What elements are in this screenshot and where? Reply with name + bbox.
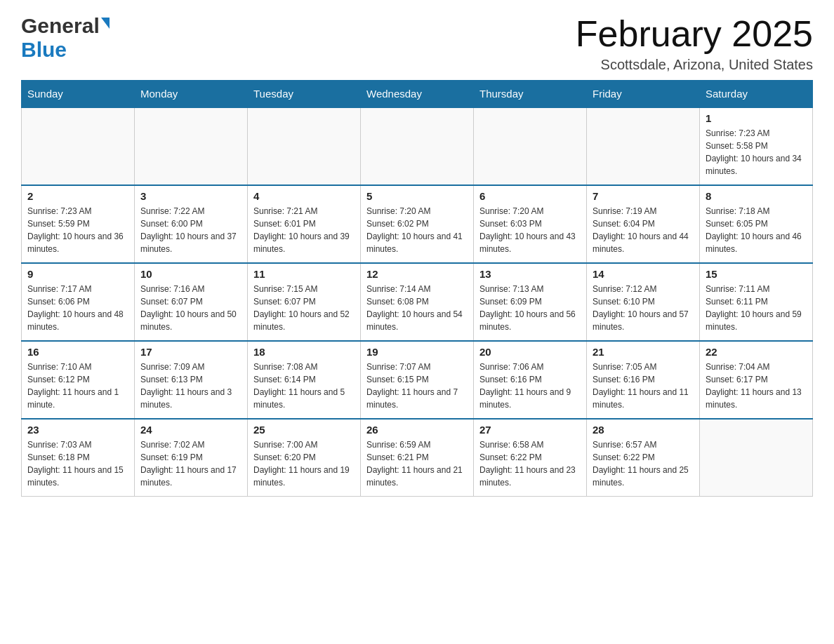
calendar-day-cell	[587, 107, 700, 185]
day-info: Sunrise: 7:19 AMSunset: 6:04 PMDaylight:…	[593, 205, 694, 255]
calendar-day-cell: 12Sunrise: 7:14 AMSunset: 6:08 PMDayligh…	[361, 263, 474, 341]
calendar-day-cell: 28Sunrise: 6:57 AMSunset: 6:22 PMDayligh…	[587, 419, 700, 497]
day-number: 21	[593, 346, 694, 358]
day-of-week-header: Friday	[587, 81, 700, 108]
calendar-week-row: 2Sunrise: 7:23 AMSunset: 5:59 PMDaylight…	[22, 185, 813, 263]
day-number: 11	[253, 268, 355, 280]
calendar-body: 1Sunrise: 7:23 AMSunset: 5:58 PMDaylight…	[22, 107, 813, 497]
day-info: Sunrise: 7:04 AMSunset: 6:17 PMDaylight:…	[706, 361, 807, 411]
day-info: Sunrise: 7:22 AMSunset: 6:00 PMDaylight:…	[140, 205, 241, 255]
day-number: 22	[706, 346, 807, 358]
day-of-week-header: Wednesday	[361, 81, 474, 108]
day-info: Sunrise: 7:09 AMSunset: 6:13 PMDaylight:…	[140, 361, 241, 411]
day-info: Sunrise: 7:11 AMSunset: 6:11 PMDaylight:…	[706, 283, 807, 333]
day-number: 15	[706, 268, 807, 280]
day-number: 28	[593, 424, 694, 436]
calendar-day-cell: 1Sunrise: 7:23 AMSunset: 5:58 PMDaylight…	[700, 107, 813, 185]
calendar-week-row: 23Sunrise: 7:03 AMSunset: 6:18 PMDayligh…	[22, 419, 813, 497]
calendar-day-cell	[474, 107, 587, 185]
calendar-day-cell: 13Sunrise: 7:13 AMSunset: 6:09 PMDayligh…	[474, 263, 587, 341]
day-number: 24	[140, 424, 241, 436]
day-number: 1	[706, 112, 807, 124]
day-info: Sunrise: 7:02 AMSunset: 6:19 PMDaylight:…	[140, 438, 241, 489]
location-title: Scottsdale, Arizona, United States	[576, 57, 813, 73]
day-info: Sunrise: 7:05 AMSunset: 6:16 PMDaylight:…	[593, 361, 694, 411]
calendar-day-cell: 11Sunrise: 7:15 AMSunset: 6:07 PMDayligh…	[248, 263, 361, 341]
calendar-day-cell: 16Sunrise: 7:10 AMSunset: 6:12 PMDayligh…	[22, 341, 135, 419]
day-info: Sunrise: 7:03 AMSunset: 6:18 PMDaylight:…	[27, 438, 128, 489]
calendar-day-cell	[361, 107, 474, 185]
day-info: Sunrise: 7:06 AMSunset: 6:16 PMDaylight:…	[479, 361, 581, 411]
page-header: General Blue February 2025 Scottsdale, A…	[21, 14, 813, 73]
calendar-day-cell: 18Sunrise: 7:08 AMSunset: 6:14 PMDayligh…	[248, 341, 361, 419]
calendar-day-cell: 6Sunrise: 7:20 AMSunset: 6:03 PMDaylight…	[474, 185, 587, 263]
day-number: 8	[706, 190, 807, 202]
logo: General Blue	[21, 14, 110, 62]
calendar-day-cell: 25Sunrise: 7:00 AMSunset: 6:20 PMDayligh…	[248, 419, 361, 497]
calendar-day-cell: 19Sunrise: 7:07 AMSunset: 6:15 PMDayligh…	[361, 341, 474, 419]
day-info: Sunrise: 6:59 AMSunset: 6:21 PMDaylight:…	[366, 438, 468, 489]
day-info: Sunrise: 7:00 AMSunset: 6:20 PMDaylight:…	[253, 438, 355, 489]
calendar-day-cell: 14Sunrise: 7:12 AMSunset: 6:10 PMDayligh…	[587, 263, 700, 341]
calendar-day-cell	[22, 107, 135, 185]
day-info: Sunrise: 7:23 AMSunset: 5:59 PMDaylight:…	[27, 205, 128, 255]
day-info: Sunrise: 7:15 AMSunset: 6:07 PMDaylight:…	[253, 283, 355, 333]
calendar-day-cell	[700, 419, 813, 497]
day-number: 23	[27, 424, 128, 436]
logo-general-text: General	[21, 14, 100, 38]
day-info: Sunrise: 7:23 AMSunset: 5:58 PMDaylight:…	[706, 127, 807, 177]
calendar-day-cell: 27Sunrise: 6:58 AMSunset: 6:22 PMDayligh…	[474, 419, 587, 497]
day-info: Sunrise: 7:21 AMSunset: 6:01 PMDaylight:…	[253, 205, 355, 255]
calendar-day-cell: 3Sunrise: 7:22 AMSunset: 6:00 PMDaylight…	[135, 185, 248, 263]
day-info: Sunrise: 7:13 AMSunset: 6:09 PMDaylight:…	[479, 283, 581, 333]
calendar-week-row: 1Sunrise: 7:23 AMSunset: 5:58 PMDaylight…	[22, 107, 813, 185]
day-number: 27	[479, 424, 581, 436]
day-number: 12	[366, 268, 468, 280]
calendar-day-cell: 2Sunrise: 7:23 AMSunset: 5:59 PMDaylight…	[22, 185, 135, 263]
day-of-week-header: Sunday	[22, 81, 135, 108]
day-number: 13	[479, 268, 581, 280]
day-number: 2	[27, 190, 128, 202]
day-number: 5	[366, 190, 468, 202]
day-info: Sunrise: 6:58 AMSunset: 6:22 PMDaylight:…	[479, 438, 581, 489]
calendar-day-cell: 26Sunrise: 6:59 AMSunset: 6:21 PMDayligh…	[361, 419, 474, 497]
day-info: Sunrise: 7:07 AMSunset: 6:15 PMDaylight:…	[366, 361, 468, 411]
calendar-header: SundayMondayTuesdayWednesdayThursdayFrid…	[22, 81, 813, 108]
day-number: 26	[366, 424, 468, 436]
day-of-week-header: Thursday	[474, 81, 587, 108]
day-info: Sunrise: 7:08 AMSunset: 6:14 PMDaylight:…	[253, 361, 355, 411]
day-number: 18	[253, 346, 355, 358]
calendar-day-cell: 22Sunrise: 7:04 AMSunset: 6:17 PMDayligh…	[700, 341, 813, 419]
calendar-week-row: 9Sunrise: 7:17 AMSunset: 6:06 PMDaylight…	[22, 263, 813, 341]
day-info: Sunrise: 7:17 AMSunset: 6:06 PMDaylight:…	[27, 283, 128, 333]
day-number: 4	[253, 190, 355, 202]
calendar-day-cell: 17Sunrise: 7:09 AMSunset: 6:13 PMDayligh…	[135, 341, 248, 419]
calendar-day-cell	[248, 107, 361, 185]
day-number: 3	[140, 190, 241, 202]
calendar-day-cell: 15Sunrise: 7:11 AMSunset: 6:11 PMDayligh…	[700, 263, 813, 341]
day-info: Sunrise: 7:16 AMSunset: 6:07 PMDaylight:…	[140, 283, 241, 333]
calendar-week-row: 16Sunrise: 7:10 AMSunset: 6:12 PMDayligh…	[22, 341, 813, 419]
day-of-week-header: Saturday	[700, 81, 813, 108]
logo-blue-text: Blue	[21, 38, 67, 62]
day-of-week-header: Monday	[135, 81, 248, 108]
calendar-day-cell: 21Sunrise: 7:05 AMSunset: 6:16 PMDayligh…	[587, 341, 700, 419]
day-number: 19	[366, 346, 468, 358]
day-info: Sunrise: 7:20 AMSunset: 6:02 PMDaylight:…	[366, 205, 468, 255]
day-number: 20	[479, 346, 581, 358]
calendar-table: SundayMondayTuesdayWednesdayThursdayFrid…	[21, 80, 813, 497]
logo-triangle-icon	[101, 18, 110, 29]
calendar-day-cell: 9Sunrise: 7:17 AMSunset: 6:06 PMDaylight…	[22, 263, 135, 341]
day-number: 10	[140, 268, 241, 280]
calendar-day-cell: 8Sunrise: 7:18 AMSunset: 6:05 PMDaylight…	[700, 185, 813, 263]
title-block: February 2025 Scottsdale, Arizona, Unite…	[576, 14, 813, 73]
calendar-day-cell: 7Sunrise: 7:19 AMSunset: 6:04 PMDaylight…	[587, 185, 700, 263]
day-info: Sunrise: 6:57 AMSunset: 6:22 PMDaylight:…	[593, 438, 694, 489]
day-info: Sunrise: 7:18 AMSunset: 6:05 PMDaylight:…	[706, 205, 807, 255]
days-of-week-row: SundayMondayTuesdayWednesdayThursdayFrid…	[22, 81, 813, 108]
calendar-day-cell: 5Sunrise: 7:20 AMSunset: 6:02 PMDaylight…	[361, 185, 474, 263]
calendar-day-cell	[135, 107, 248, 185]
calendar-day-cell: 23Sunrise: 7:03 AMSunset: 6:18 PMDayligh…	[22, 419, 135, 497]
day-number: 25	[253, 424, 355, 436]
day-info: Sunrise: 7:14 AMSunset: 6:08 PMDaylight:…	[366, 283, 468, 333]
